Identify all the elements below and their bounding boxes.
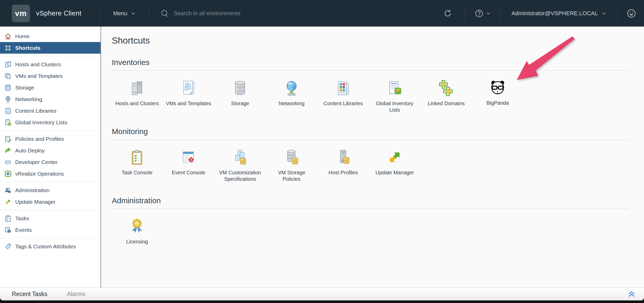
shortcut-networking[interactable]: Networking (266, 79, 317, 113)
shortcut-label: VM Customization Specifications (214, 169, 266, 182)
sidebar-item-vrealize-operations[interactable]: vRealize Operations (0, 168, 100, 179)
sidebar-group: Policies and ProfilesAuto DeployDevelope… (0, 130, 100, 182)
sidebar-item-policies-and-profiles[interactable]: Policies and Profiles (0, 133, 100, 145)
menu-button[interactable]: Menu (113, 10, 136, 17)
sidebar-item-storage[interactable]: Storage (0, 82, 100, 93)
sidebar-group: Tags & Custom Attributes (0, 238, 100, 255)
shortcut-update-manager[interactable]: Update Manager (369, 148, 420, 182)
sidebar-item-label: Developer Center (15, 159, 58, 165)
shortcut-vms-and-templates[interactable]: VMs and Templates (163, 79, 214, 113)
feedback-smiley-icon[interactable] (626, 9, 636, 18)
shortcut-licensing[interactable]: Licensing (111, 217, 163, 245)
sidebar-item-label: Policies and Profiles (15, 136, 64, 142)
sidebar-item-label: Home (15, 33, 30, 39)
sidebar-item-label: Tasks (15, 215, 29, 222)
sidebar-item-label: Tags & Custom Attributes (15, 243, 76, 250)
sidebar-item-home[interactable]: Home (0, 30, 100, 42)
sidebar-item-networking[interactable]: Networking (0, 93, 100, 105)
developer-center-nav-icon (4, 159, 12, 166)
shortcut-hosts-and-clusters[interactable]: Hosts and Clusters (111, 79, 163, 113)
sidebar-item-tags-custom-attributes[interactable]: Tags & Custom Attributes (0, 241, 100, 252)
licensing-icon (128, 217, 146, 236)
shortcut-host-profiles[interactable]: Host Profiles (317, 148, 369, 182)
sidebar-item-label: Shortcuts (15, 45, 40, 51)
shortcut-label: VMs and Templates (163, 100, 214, 107)
help-menu[interactable] (475, 9, 491, 18)
shortcut-label: Host Profiles (317, 169, 369, 176)
vm-storage-policies-icon (283, 148, 300, 167)
sidebar-item-shortcuts[interactable]: Shortcuts (0, 42, 100, 54)
menu-label: Menu (113, 10, 127, 17)
sidebar-item-global-inventory-lists[interactable]: Global Inventory Lists (0, 117, 100, 128)
account-menu[interactable]: Administrator@VSPHERE.LOCAL (512, 10, 607, 17)
vms-templates-icon (180, 79, 197, 97)
sidebar-item-developer-center[interactable]: Developer Center (0, 156, 100, 168)
shortcut-label: Event Console (163, 169, 214, 176)
tab-recent-tasks[interactable]: Recent Tasks (12, 291, 47, 298)
main-content: Shortcuts InventoriesHosts and ClustersV… (101, 27, 644, 288)
section-administration: AdministrationLicensing (111, 196, 629, 247)
update-manager-nav-icon (4, 198, 12, 206)
sidebar-item-label: vRealize Operations (15, 171, 64, 177)
page-title: Shortcuts (112, 35, 629, 46)
sidebar-item-vms-and-templates[interactable]: VMs and Templates (0, 70, 100, 82)
shortcut-vm-customization-specifications[interactable]: VM Customization Specifications (214, 148, 266, 182)
networking-nav-icon (4, 96, 12, 103)
tags-nav-icon (4, 243, 12, 250)
sidebar-item-administration[interactable]: Administration (0, 184, 100, 196)
header-divider (617, 5, 618, 22)
shortcut-row: Hosts and ClustersVMs and TemplatesStora… (111, 79, 629, 115)
sidebar-item-events[interactable]: Events (0, 224, 100, 236)
section-divider (111, 70, 629, 71)
sidebar-item-update-manager[interactable]: Update Manager (0, 196, 100, 208)
expand-panel-icon[interactable] (628, 290, 636, 298)
vmware-logo-text: vm (15, 9, 27, 18)
sidebar-group: Hosts and ClustersVMs and TemplatesStora… (0, 56, 100, 130)
vmware-logo[interactable]: vm (12, 5, 30, 22)
bigpanda-icon (489, 79, 506, 97)
shortcut-row: Licensing (111, 217, 629, 247)
events-nav-icon (4, 226, 12, 234)
shortcut-vm-storage-policies[interactable]: VM Storage Policies (266, 148, 317, 182)
shortcut-task-console[interactable]: Task Console (111, 148, 163, 182)
shortcut-row: Task ConsoleEvent ConsoleVM Customizatio… (111, 148, 629, 184)
content-libraries-icon (334, 79, 352, 97)
shortcut-event-console[interactable]: Event Console (163, 148, 214, 182)
shortcut-linked-domains[interactable]: Linked Domains (420, 79, 472, 113)
shortcut-storage[interactable]: Storage (214, 79, 266, 113)
account-label: Administrator@VSPHERE.LOCAL (512, 10, 598, 17)
storage-icon (231, 79, 249, 97)
hosts-clusters-nav-icon (4, 61, 12, 68)
shortcut-label: BigPanda (472, 100, 523, 106)
sidebar-item-label: Global Inventory Lists (15, 119, 67, 126)
sidebar-item-label: Storage (15, 85, 34, 91)
auto-deploy-nav-icon (4, 147, 12, 154)
section-heading: Administration (112, 196, 629, 205)
shortcut-global-inventory-lists[interactable]: Global Inventory Lists (369, 79, 420, 113)
global-inventory-nav-icon (4, 119, 12, 126)
shortcut-bigpanda[interactable]: BigPanda (472, 79, 523, 113)
sidebar-item-hosts-and-clusters[interactable]: Hosts and Clusters (0, 59, 100, 70)
sidebar-item-tasks[interactable]: Tasks (0, 212, 100, 224)
sidebar-group: TasksEvents (0, 210, 100, 238)
section-heading: Monitoring (112, 127, 629, 136)
shortcut-label: Hosts and Clusters (111, 100, 163, 107)
section-inventories: InventoriesHosts and ClustersVMs and Tem… (111, 58, 629, 115)
sidebar-item-auto-deploy[interactable]: Auto Deploy (0, 145, 100, 156)
shortcut-sections: InventoriesHosts and ClustersVMs and Tem… (111, 58, 629, 247)
shortcut-content-libraries[interactable]: Content Libraries (317, 79, 369, 113)
section-divider (111, 209, 629, 209)
vms-templates-nav-icon (4, 72, 12, 80)
header-divider (501, 5, 501, 22)
sidebar-item-label: Auto Deploy (15, 148, 45, 154)
header-divider (149, 5, 149, 22)
shortcuts-icon (4, 44, 12, 52)
shortcut-label: Task Console (111, 169, 163, 176)
tab-alarms[interactable]: Alarms (67, 291, 86, 298)
search-input[interactable] (173, 10, 307, 17)
global-search[interactable] (160, 9, 307, 18)
help-icon (475, 9, 484, 18)
global-inventory-lists-icon (386, 79, 403, 97)
refresh-icon[interactable] (443, 9, 452, 18)
sidebar-item-content-libraries[interactable]: Content Libraries (0, 105, 100, 117)
